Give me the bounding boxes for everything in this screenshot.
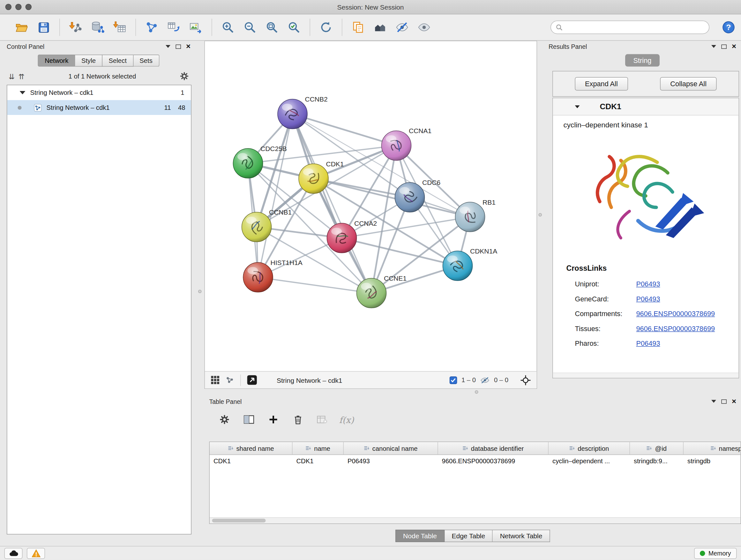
- show-all-icon[interactable]: [413, 17, 435, 37]
- protein-section-header[interactable]: CDK1: [553, 98, 739, 116]
- results-scrollbar[interactable]: [553, 373, 739, 378]
- crosslink-value-link[interactable]: 9606.ENSP00000378699: [636, 324, 715, 332]
- create-network-from-table-icon[interactable]: [163, 17, 185, 37]
- panel-menu-icon[interactable]: [711, 45, 716, 48]
- column-header-shared-name[interactable]: shared name: [210, 442, 293, 455]
- table-cell[interactable]: stringdb:9...: [630, 455, 684, 468]
- search-input[interactable]: [566, 23, 704, 31]
- network-canvas[interactable]: CCNB2CCNA1CDC25BCDK1CDC6RB1CCNB1CCNA2CDK…: [205, 41, 537, 371]
- network-node-HIST1H1A[interactable]: [243, 262, 273, 292]
- collapse-all-icon[interactable]: ⇊: [9, 72, 15, 80]
- network-edge-CCNB2-CCNA1[interactable]: [293, 114, 397, 145]
- network-edge-CCNB2-CCNE1[interactable]: [293, 114, 372, 293]
- table-cell[interactable]: CDK1: [293, 455, 344, 468]
- tab-network[interactable]: Network: [38, 55, 75, 67]
- copy-current-style-icon[interactable]: [347, 17, 369, 37]
- network-node-CDKN1A[interactable]: [443, 251, 473, 281]
- crosslink-value-link[interactable]: P06493: [636, 295, 660, 302]
- column-header-description[interactable]: description: [549, 442, 630, 455]
- network-node-CCNB2[interactable]: [278, 99, 307, 129]
- panel-menu-icon[interactable]: [711, 400, 716, 403]
- network-edge-CCNB2-HIST1H1A[interactable]: [258, 114, 293, 277]
- section-collapse-icon[interactable]: [575, 105, 580, 108]
- expand-all-icon[interactable]: ⇈: [18, 72, 24, 80]
- column-header-database-identifier[interactable]: database identifier: [438, 442, 549, 455]
- column-header--id[interactable]: @id: [630, 442, 684, 455]
- column-header-canonical-name[interactable]: canonical name: [344, 442, 438, 455]
- network-edge-CCNA2-CDKN1A[interactable]: [342, 238, 458, 266]
- table-cell[interactable]: CDK1: [210, 455, 293, 468]
- close-panel-icon[interactable]: ×: [732, 43, 736, 50]
- float-panel-icon[interactable]: [721, 44, 727, 49]
- panel-menu-icon[interactable]: [165, 45, 170, 48]
- delete-columns-trash-icon[interactable]: [289, 412, 307, 427]
- float-panel-icon[interactable]: [721, 399, 727, 403]
- network-node-CCNB1[interactable]: [242, 212, 272, 242]
- column-header-namespace[interactable]: namespace: [684, 442, 741, 455]
- zoom-fit-content-icon[interactable]: [261, 17, 283, 37]
- table-cell[interactable]: P06493: [344, 455, 438, 468]
- open-in-new-window-icon[interactable]: [247, 374, 258, 386]
- network-node-CDC6[interactable]: [395, 183, 425, 212]
- export-image-icon[interactable]: [185, 17, 207, 37]
- open-session-icon[interactable]: [10, 17, 32, 37]
- network-edge-HIST1H1A-CCNE1[interactable]: [258, 277, 372, 294]
- tab-network-table[interactable]: Network Table: [493, 530, 550, 542]
- collection-expand-icon[interactable]: [20, 91, 25, 95]
- crosslink-value-link[interactable]: P06493: [636, 339, 660, 347]
- table-cell[interactable]: stringdb: [684, 455, 741, 468]
- network-node-CCNA1[interactable]: [382, 131, 411, 161]
- hide-selected-icon[interactable]: [391, 17, 413, 37]
- apply-preferred-layout-icon[interactable]: [315, 17, 337, 37]
- zoom-selected-region-icon[interactable]: [283, 17, 305, 37]
- tab-string-results[interactable]: String: [625, 54, 660, 67]
- horizontal-splitter[interactable]: [205, 389, 741, 395]
- show-columns-icon[interactable]: [240, 412, 258, 427]
- warnings-button[interactable]: [27, 548, 45, 559]
- import-network-from-file-icon[interactable]: [65, 17, 87, 37]
- table-options-gear-icon[interactable]: [216, 412, 233, 427]
- cloud-status-button[interactable]: [4, 548, 23, 559]
- zoom-out-icon[interactable]: [239, 17, 261, 37]
- new-network-icon[interactable]: [141, 17, 163, 37]
- network-node-CDC25B[interactable]: [233, 148, 263, 178]
- network-node-CDK1[interactable]: [299, 164, 328, 193]
- table-cell[interactable]: cyclin–dependent ...: [549, 455, 630, 468]
- minimize-window-button[interactable]: [15, 4, 22, 10]
- close-panel-icon[interactable]: ×: [732, 398, 736, 405]
- network-node-CCNA2[interactable]: [327, 223, 357, 253]
- import-table-from-file-icon[interactable]: [109, 17, 131, 37]
- tab-select[interactable]: Select: [103, 55, 133, 67]
- network-row-selected[interactable]: String Network – cdk1 11 48: [7, 100, 191, 115]
- table-row[interactable]: CDK1CDK1P064939606.ENSP00000378699cyclin…: [210, 455, 741, 468]
- table-horizontal-scrollbar[interactable]: [210, 517, 741, 523]
- vertical-splitter-right[interactable]: [537, 41, 544, 389]
- hidden-eye-slash-icon[interactable]: [480, 376, 489, 384]
- collapse-all-button[interactable]: Collapse All: [660, 77, 717, 91]
- grid-view-icon[interactable]: [211, 375, 220, 385]
- expand-all-button[interactable]: Expand All: [575, 77, 628, 91]
- selected-checkbox-icon[interactable]: [449, 376, 457, 384]
- float-panel-icon[interactable]: [176, 44, 181, 49]
- tab-sets[interactable]: Sets: [133, 55, 159, 67]
- table-cell[interactable]: 9606.ENSP00000378699: [438, 455, 549, 468]
- fit-selected-crosshair-icon[interactable]: [521, 375, 531, 385]
- crosslink-value-link[interactable]: P06493: [636, 280, 660, 288]
- import-network-from-database-icon[interactable]: [87, 17, 109, 37]
- vertical-splitter-left[interactable]: [195, 41, 205, 546]
- column-header-name[interactable]: name: [293, 442, 344, 455]
- birds-eye-view-icon[interactable]: [226, 375, 235, 385]
- home-icon[interactable]: [369, 17, 391, 37]
- tab-edge-table[interactable]: Edge Table: [445, 530, 493, 542]
- function-builder-icon[interactable]: f(x): [338, 412, 355, 427]
- create-column-plus-icon[interactable]: [265, 412, 282, 427]
- tab-node-table[interactable]: Node Table: [395, 530, 445, 542]
- crosslink-value-link[interactable]: 9606.ENSP00000378699: [636, 310, 715, 317]
- help-button[interactable]: ?: [722, 21, 735, 34]
- network-node-CCNE1[interactable]: [357, 278, 387, 308]
- zoom-in-icon[interactable]: [217, 17, 239, 37]
- tab-style[interactable]: Style: [75, 55, 103, 67]
- close-window-button[interactable]: [5, 4, 12, 10]
- close-panel-icon[interactable]: ×: [186, 43, 191, 50]
- memory-button[interactable]: Memory: [694, 548, 737, 559]
